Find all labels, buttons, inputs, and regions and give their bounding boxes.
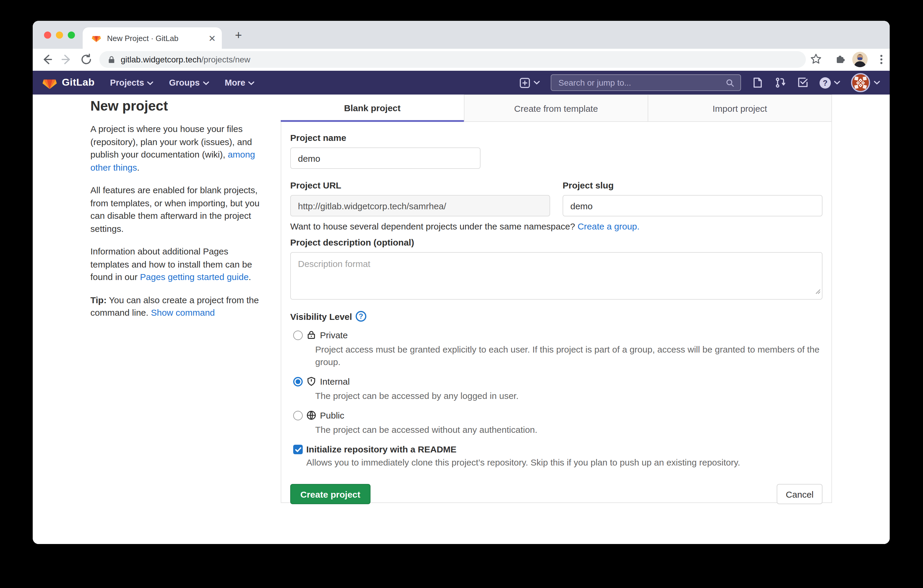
readme-checkbox[interactable]	[293, 445, 303, 454]
visibility-level-label: Visibility Level ?	[290, 311, 823, 322]
readme-option: Initialize repository with a README Allo…	[290, 444, 823, 468]
visibility-option-private: Private Project access must be granted e…	[290, 330, 823, 368]
search-icon	[726, 78, 734, 87]
namespace-hint: Want to house several dependent projects…	[290, 221, 823, 231]
create-project-button[interactable]: Create project	[290, 484, 371, 504]
form-actions: Create project Cancel	[290, 484, 823, 504]
browser-window: New Project · GitLab ✕ + gitlab.widgetco…	[33, 21, 890, 544]
readme-label[interactable]: Initialize repository with a README	[306, 444, 457, 455]
nav-projects[interactable]: Projects	[110, 78, 153, 87]
new-project-panel: Blank project Create from template Impor…	[281, 95, 832, 503]
new-menu[interactable]	[519, 77, 540, 88]
chevron-down-icon	[248, 78, 255, 87]
lock-icon	[108, 56, 115, 63]
close-window-button[interactable]	[44, 31, 51, 39]
private-option-description: Project access must be granted explicitl…	[315, 343, 822, 368]
project-slug-input[interactable]	[563, 195, 823, 217]
gitlab-favicon-icon	[92, 33, 101, 43]
forward-icon[interactable]	[59, 52, 74, 67]
chevron-down-icon	[834, 80, 840, 85]
search-box	[551, 74, 741, 91]
public-option-description: The project can be accessed without any …	[315, 423, 822, 436]
resize-grip-icon[interactable]	[815, 286, 821, 297]
internal-option-label[interactable]: Internal	[320, 376, 350, 387]
help-icon: ?	[820, 77, 831, 88]
help-menu[interactable]: ?	[820, 77, 840, 88]
visibility-option-public: Public The project can be accessed witho…	[290, 410, 823, 436]
show-command-link[interactable]: Show command	[151, 307, 215, 317]
internal-option-description: The project can be accessed by any logge…	[315, 389, 822, 402]
page-content: New project A project is where you house…	[33, 95, 890, 544]
shield-icon	[306, 376, 316, 389]
project-url-input[interactable]	[290, 195, 550, 217]
nav-more[interactable]: More	[225, 78, 255, 87]
project-description-textarea[interactable]	[290, 252, 823, 300]
browser-menu-dots-icon[interactable]	[875, 52, 888, 69]
create-group-link[interactable]: Create a group.	[578, 221, 639, 231]
url-path: /projects/new	[201, 55, 250, 64]
screen: New Project · GitLab ✕ + gitlab.widgetco…	[0, 0, 923, 588]
visibility-option-internal: Internal The project can be accessed by …	[290, 376, 823, 402]
browser-toolbar: gitlab.widgetcorp.tech/projects/new	[33, 49, 890, 71]
window-controls	[44, 31, 75, 39]
private-radio[interactable]	[293, 330, 303, 340]
gitlab-navbar: GitLab Projects Groups More	[33, 71, 890, 95]
internal-radio[interactable]	[293, 377, 303, 386]
new-project-sidebar: New project A project is where you house…	[90, 98, 266, 329]
public-radio[interactable]	[293, 411, 303, 420]
browser-tab-title: New Project · GitLab	[107, 34, 209, 43]
sidebar-tip: Tip: You can also create a project from …	[90, 293, 266, 319]
reload-icon[interactable]	[79, 52, 94, 67]
user-menu[interactable]	[851, 73, 880, 92]
chevron-down-icon	[534, 80, 540, 85]
maximize-window-button[interactable]	[68, 31, 75, 39]
chevron-down-icon	[203, 78, 209, 87]
tab-blank-project[interactable]: Blank project	[281, 95, 464, 121]
cancel-button[interactable]: Cancel	[777, 484, 823, 504]
pages-guide-link[interactable]: Pages getting started guide	[140, 272, 249, 282]
blank-project-form: Project name Project URL Project slug Wa…	[281, 122, 832, 503]
browser-profile-avatar[interactable]	[852, 52, 868, 67]
browser-tab-strip: New Project · GitLab ✕ +	[33, 21, 890, 49]
tab-import-project[interactable]: Import project	[648, 95, 832, 121]
sidebar-paragraph: A project is where you house your files …	[90, 123, 266, 174]
project-description-label: Project description (optional)	[290, 237, 823, 247]
merge-request-icon[interactable]	[774, 77, 786, 89]
gitlab-menu: Projects Groups More	[110, 78, 255, 87]
url-host: gitlab.widgetcorp.tech	[121, 55, 201, 64]
url-bar[interactable]: gitlab.widgetcorp.tech/projects/new	[99, 51, 806, 68]
tab-create-from-template[interactable]: Create from template	[464, 95, 648, 121]
lock-icon	[306, 330, 316, 342]
sidebar-paragraph: All features are enabled for blank proje…	[90, 184, 266, 235]
gitlab-brand-text: GitLab	[62, 77, 95, 89]
chevron-down-icon	[147, 78, 154, 87]
issues-icon[interactable]	[752, 77, 764, 89]
project-type-tabs: Blank project Create from template Impor…	[281, 95, 832, 122]
chevron-down-icon	[874, 80, 880, 85]
visibility-help-icon[interactable]: ?	[356, 311, 366, 322]
new-tab-button[interactable]: +	[232, 28, 246, 43]
page-title: New project	[90, 98, 266, 114]
todos-icon[interactable]	[797, 77, 809, 89]
bookmark-star-icon[interactable]	[810, 52, 823, 68]
back-icon[interactable]	[40, 52, 54, 67]
browser-tab[interactable]: New Project · GitLab ✕	[83, 27, 222, 49]
readme-description: Allows you to immediately clone this pro…	[306, 456, 823, 468]
project-name-label: Project name	[290, 133, 823, 143]
private-option-label[interactable]: Private	[320, 330, 348, 341]
minimize-window-button[interactable]	[56, 31, 63, 39]
extensions-puzzle-icon[interactable]	[834, 52, 847, 68]
public-option-label[interactable]: Public	[320, 410, 344, 421]
project-slug-label: Project slug	[563, 180, 823, 190]
nav-groups[interactable]: Groups	[169, 78, 209, 87]
gitlab-logo[interactable]: GitLab	[42, 76, 95, 90]
globe-icon	[306, 410, 316, 423]
navbar-right: ?	[519, 73, 880, 92]
project-url-label: Project URL	[290, 180, 550, 190]
search-input[interactable]	[557, 77, 726, 88]
user-avatar	[851, 73, 870, 92]
sidebar-paragraph: Information about additional Pages templ…	[90, 245, 266, 283]
project-name-input[interactable]	[290, 148, 481, 169]
tab-close-icon[interactable]: ✕	[209, 34, 216, 43]
